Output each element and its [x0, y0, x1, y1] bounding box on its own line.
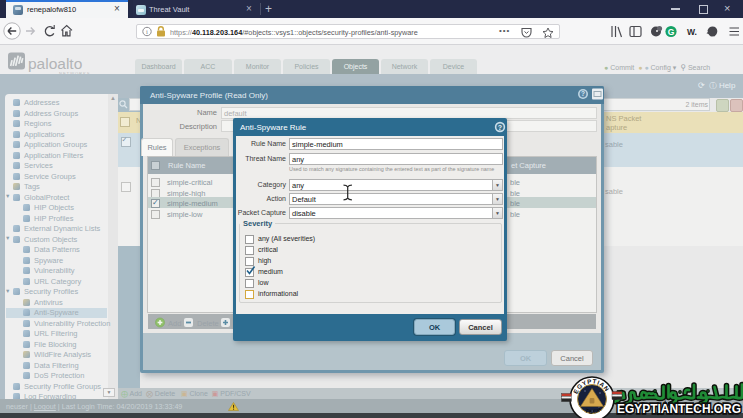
svg-text:paloalto: paloalto — [28, 55, 82, 72]
svg-text:W.: W. — [687, 27, 697, 37]
svg-text:i: i — [146, 28, 148, 36]
svg-text:Add: Add — [168, 318, 181, 327]
svg-text:?: ? — [498, 124, 502, 131]
svg-text:EGYPTIANTECH.ORG: EGYPTIANTECH.ORG — [617, 401, 741, 416]
svg-text:G: G — [668, 27, 675, 37]
svg-text:Delete: Delete — [197, 318, 219, 327]
svg-text:?: ? — [581, 90, 585, 97]
